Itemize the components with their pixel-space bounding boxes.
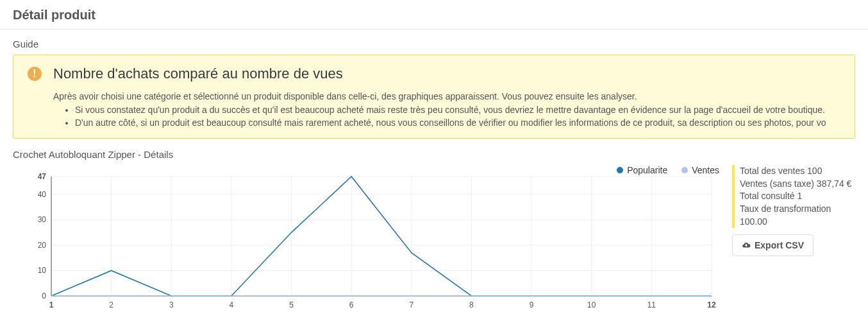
chart-legend: Popularite Ventes (617, 165, 719, 175)
guide-body: Nombre d'achats comparé au nombre de vue… (53, 65, 826, 129)
page-title: Détail produit (0, 0, 868, 30)
guide-title: Nombre d'achats comparé au nombre de vue… (53, 65, 826, 82)
stat-label: Taux de transformation (740, 204, 831, 214)
stat-value: 387,74 € (817, 178, 852, 189)
chart-section-title: Crochet Autobloquant Zipper - Détails (0, 139, 868, 162)
stat-label: Ventes (sans taxe) (740, 178, 814, 189)
svg-text:5: 5 (289, 300, 294, 309)
legend-dot-icon (617, 167, 623, 173)
stat-sales-no-tax: Ventes (sans taxe) 387,74 € (740, 178, 855, 191)
stat-value: 100 (807, 166, 822, 176)
svg-text:8: 8 (469, 300, 474, 309)
svg-text:9: 9 (530, 300, 534, 309)
svg-text:0: 0 (42, 291, 46, 300)
legend-label: Ventes (692, 165, 719, 175)
guide-bullet: Si vous constatez qu'un produit a du suc… (75, 104, 826, 117)
guide-intro: Après avoir choisi une catégorie et séle… (53, 91, 826, 101)
stats-panel: Total des ventes 100 Ventes (sans taxe) … (732, 165, 855, 228)
svg-text:47: 47 (38, 172, 47, 181)
legend-item-popularity[interactable]: Popularite (617, 165, 667, 175)
svg-text:1: 1 (49, 300, 54, 309)
svg-text:10: 10 (38, 266, 47, 275)
side-panel-container: Total des ventes 100 Ventes (sans taxe) … (724, 162, 855, 310)
svg-text:2: 2 (109, 300, 113, 309)
svg-text:12: 12 (707, 300, 716, 309)
export-csv-button[interactable]: Export CSV (732, 234, 814, 256)
svg-text:3: 3 (169, 300, 174, 309)
stat-label: Total des ventes (740, 166, 805, 176)
stat-total-sales: Total des ventes 100 (740, 165, 855, 178)
svg-text:11: 11 (647, 300, 656, 309)
svg-text:20: 20 (38, 241, 47, 250)
legend-item-sales[interactable]: Ventes (681, 165, 719, 175)
stat-conversion: Taux de transformation 100.00 (740, 203, 855, 228)
legend-label: Popularite (627, 165, 667, 175)
warning-icon: ! (28, 67, 42, 81)
stat-label: Total consulté (740, 191, 795, 201)
svg-text:6: 6 (349, 300, 354, 309)
svg-text:40: 40 (38, 190, 47, 199)
line-chart[interactable]: 01020304047123456789101112 (13, 162, 718, 310)
legend-dot-icon (681, 167, 688, 173)
chart-area: Popularite Ventes 0102030404712345678910… (13, 162, 724, 310)
stat-value: 1 (797, 191, 803, 201)
svg-text:4: 4 (230, 300, 234, 309)
chart-wrapper: Popularite Ventes 0102030404712345678910… (0, 162, 868, 310)
guide-heading: Guide (0, 30, 868, 55)
svg-text:10: 10 (587, 300, 596, 309)
export-label: Export CSV (755, 240, 804, 250)
stat-total-viewed: Total consulté 1 (740, 190, 855, 203)
svg-text:30: 30 (38, 215, 47, 224)
guide-bullets: Si vous constatez qu'un produit a du suc… (53, 104, 826, 129)
guide-bullet: D'un autre côté, si un produit est beauc… (75, 117, 826, 130)
guide-alert: ! Nombre d'achats comparé au nombre de v… (13, 55, 855, 139)
svg-text:7: 7 (409, 300, 413, 309)
stat-value: 100.00 (740, 216, 767, 227)
cloud-download-icon (742, 241, 751, 250)
